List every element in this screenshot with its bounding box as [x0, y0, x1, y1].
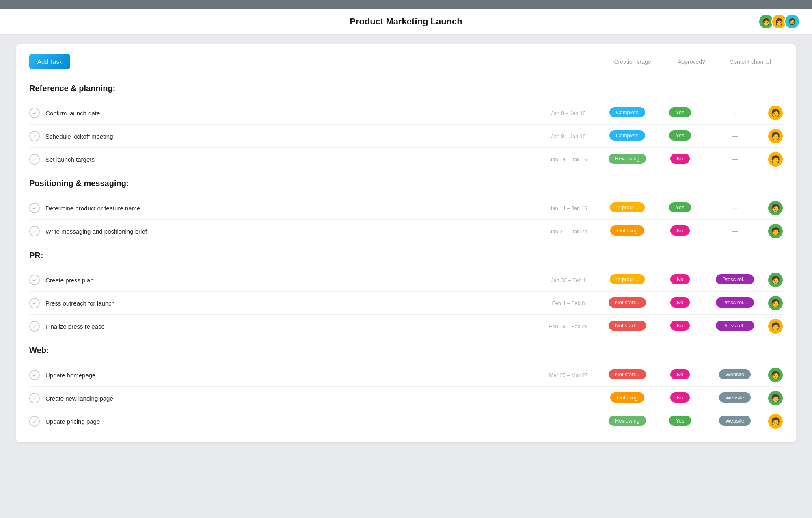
approved-badge[interactable]: No	[670, 369, 690, 379]
task-avatar[interactable]: 🧑	[768, 201, 783, 215]
task-avatar[interactable]: 🧑	[768, 106, 783, 120]
task-check-icon[interactable]: ✓	[29, 298, 40, 308]
task-stage[interactable]: Reviewing	[601, 416, 654, 427]
channel-badge[interactable]: Website	[719, 369, 751, 379]
task-dates: Jan 14 – Jan 16	[536, 205, 601, 211]
task-approved[interactable]: No	[654, 154, 706, 165]
task-approved[interactable]: No	[654, 392, 706, 404]
approved-badge[interactable]: No	[670, 321, 690, 331]
task-stage[interactable]: Not start...	[601, 297, 654, 309]
task-stage[interactable]: Not start...	[601, 321, 654, 332]
task-avatar[interactable]: 🧑	[768, 152, 783, 167]
stage-badge[interactable]: Reviewing	[609, 416, 646, 426]
channel-badge[interactable]: Website	[719, 392, 751, 403]
task-approved[interactable]: No	[654, 225, 706, 237]
task-channel[interactable]: Website	[706, 369, 763, 381]
stage-badge[interactable]: Not start...	[609, 297, 646, 308]
task-channel[interactable]: —	[706, 132, 763, 140]
approved-badge[interactable]: No	[670, 392, 690, 403]
task-channel[interactable]: Press rel...	[706, 297, 763, 309]
task-check-icon[interactable]: ✓	[29, 108, 40, 118]
task-check-icon[interactable]: ✓	[29, 370, 40, 380]
approved-badge[interactable]: No	[670, 297, 690, 308]
task-row[interactable]: ✓Update pricing pageReviewingYesWebsite🧑	[29, 410, 783, 433]
task-channel[interactable]: —	[706, 156, 763, 163]
stage-badge[interactable]: Complete	[609, 130, 645, 141]
task-avatar[interactable]: 🧑	[768, 391, 783, 405]
stage-badge[interactable]: Outlining	[610, 392, 644, 403]
task-channel[interactable]: Press rel...	[706, 321, 763, 332]
task-check-icon[interactable]: ✓	[29, 416, 40, 427]
task-channel[interactable]: Website	[706, 392, 763, 404]
task-approved[interactable]: No	[654, 274, 706, 286]
task-avatar[interactable]: 🧑	[768, 129, 783, 143]
task-channel[interactable]: Press rel...	[706, 274, 763, 286]
task-approved[interactable]: Yes	[654, 416, 706, 427]
approved-badge[interactable]: Yes	[669, 202, 691, 212]
stage-badge[interactable]: In progr...	[610, 202, 645, 212]
task-channel[interactable]: —	[706, 109, 763, 117]
task-row[interactable]: ✓Create new landing pageOutliningNoWebsi…	[29, 387, 783, 410]
channel-badge[interactable]: Website	[719, 416, 751, 426]
stage-badge[interactable]: Not start...	[609, 321, 646, 331]
task-stage[interactable]: Complete	[601, 130, 654, 142]
task-approved[interactable]: No	[654, 321, 706, 332]
channel-badge[interactable]: Press rel...	[716, 297, 754, 308]
task-check-icon[interactable]: ✓	[29, 226, 40, 236]
task-channel[interactable]: —	[706, 204, 763, 212]
task-row[interactable]: ✓Update homepageMar 25 – Mar 27Not start…	[29, 364, 783, 387]
task-check-icon[interactable]: ✓	[29, 203, 40, 213]
task-approved[interactable]: No	[654, 369, 706, 381]
task-row[interactable]: ✓Press outreach for launchFeb 4 – Feb 8N…	[29, 292, 783, 315]
add-task-button[interactable]: Add Task	[29, 54, 70, 69]
task-approved[interactable]: Yes	[654, 130, 706, 142]
stage-badge[interactable]: Reviewing	[609, 154, 646, 164]
task-check-icon[interactable]: ✓	[29, 154, 40, 165]
task-avatar[interactable]: 🧑	[768, 296, 783, 310]
task-stage[interactable]: In progr...	[601, 274, 654, 286]
task-row[interactable]: ✓Finalize press releaseFeb 19 – Feb 28No…	[29, 315, 783, 338]
section-title-reference-planning: Reference & planning:	[29, 84, 783, 93]
approved-badge[interactable]: No	[670, 225, 690, 236]
task-check-icon[interactable]: ✓	[29, 275, 40, 285]
task-approved[interactable]: Yes	[654, 107, 706, 119]
stage-badge[interactable]: Complete	[609, 107, 645, 117]
task-approved[interactable]: Yes	[654, 202, 706, 214]
task-stage[interactable]: Reviewing	[601, 154, 654, 165]
task-row[interactable]: ✓Confirm launch dateJan 8 – Jan 10Comple…	[29, 102, 783, 125]
task-stage[interactable]: Complete	[601, 107, 654, 119]
task-avatar[interactable]: 🧑	[768, 319, 783, 334]
approved-badge[interactable]: Yes	[669, 416, 691, 426]
task-channel[interactable]: —	[706, 228, 763, 235]
task-avatar[interactable]: 🧑	[768, 414, 783, 429]
channel-badge[interactable]: Press rel...	[716, 274, 754, 284]
approved-badge[interactable]: No	[670, 274, 690, 284]
approved-badge[interactable]: Yes	[669, 130, 691, 141]
task-row[interactable]: ✓Write messaging and positioning briefJa…	[29, 220, 783, 243]
stage-badge[interactable]: Not start...	[609, 369, 646, 379]
task-channel[interactable]: Website	[706, 416, 763, 427]
channel-badge[interactable]: Press rel...	[716, 321, 754, 331]
task-avatar[interactable]: 🧑	[768, 273, 783, 287]
stage-badge[interactable]: Outlining	[610, 225, 644, 236]
task-stage[interactable]: Outlining	[601, 225, 654, 237]
task-check-icon[interactable]: ✓	[29, 321, 40, 332]
task-check-icon[interactable]: ✓	[29, 393, 40, 403]
task-avatar[interactable]: 🧑	[768, 368, 783, 382]
section-pr: PR:✓Create press planJan 30 – Feb 1In pr…	[29, 251, 783, 338]
approved-badge[interactable]: No	[670, 154, 690, 164]
task-stage[interactable]: In progr...	[601, 202, 654, 214]
task-row[interactable]: ✓Determine product or feature nameJan 14…	[29, 197, 783, 220]
approved-badge[interactable]: Yes	[669, 107, 691, 117]
task-row[interactable]: ✓Schedule kickoff meetingJan 8 – Jan 10C…	[29, 125, 783, 148]
task-approved[interactable]: No	[654, 297, 706, 309]
task-row[interactable]: ✓Set launch targetsJan 14 – Jan 16Review…	[29, 148, 783, 171]
task-name: Write messaging and positioning brief	[45, 228, 536, 235]
task-stage[interactable]: Not start...	[601, 369, 654, 381]
stage-badge[interactable]: In progr...	[610, 274, 645, 284]
task-row[interactable]: ✓Create press planJan 30 – Feb 1In progr…	[29, 269, 783, 292]
task-check-icon[interactable]: ✓	[29, 131, 40, 141]
task-avatar[interactable]: 🧑	[768, 224, 783, 238]
avatar-3[interactable]: 🧔	[784, 14, 800, 29]
task-stage[interactable]: Outlining	[601, 392, 654, 404]
